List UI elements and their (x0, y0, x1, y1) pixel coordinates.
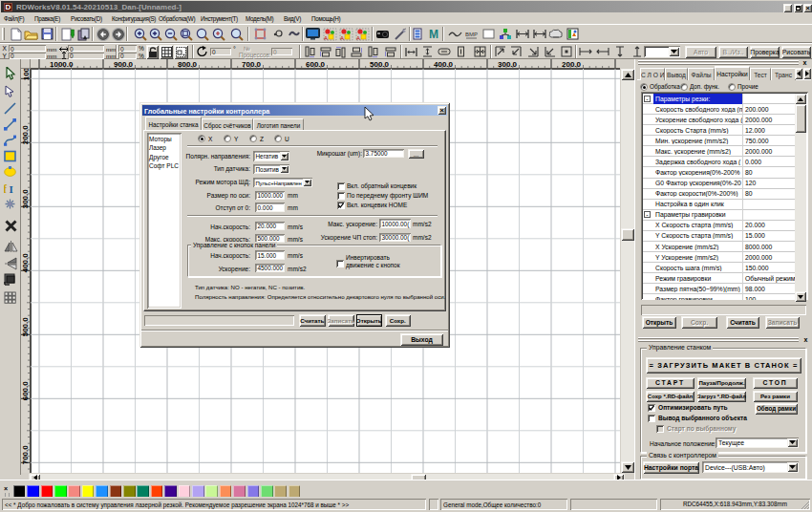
svg-text:100.0: 100.0 (22, 69, 31, 80)
svg-text:1000.0: 1000.0 (50, 60, 74, 69)
svg-text:700.0: 700.0 (22, 445, 31, 465)
svg-text:600.0: 600.0 (306, 60, 326, 69)
svg-text:300.0: 300.0 (498, 60, 518, 69)
svg-text:A: A (324, 35, 328, 41)
svg-text:300.0: 300.0 (22, 189, 31, 209)
svg-text:400.0: 400.0 (22, 253, 31, 273)
svg-text:200.0: 200.0 (22, 125, 31, 145)
svg-text:A: A (356, 35, 360, 41)
svg-text:500.0: 500.0 (22, 317, 31, 337)
svg-text:f: f (4, 182, 8, 195)
svg-text:400.0: 400.0 (434, 60, 454, 69)
svg-text:A: A (340, 35, 344, 41)
svg-text:BMP: BMP (465, 32, 478, 37)
svg-text:600.0: 600.0 (22, 381, 31, 401)
svg-text:500.0: 500.0 (370, 60, 390, 69)
svg-text:I: I (10, 183, 13, 195)
svg-text:800.0: 800.0 (178, 60, 198, 69)
svg-text:700.0: 700.0 (242, 60, 262, 69)
svg-text:200.0: 200.0 (562, 60, 582, 69)
svg-text:M: M (429, 28, 438, 40)
svg-text:900.0: 900.0 (114, 60, 134, 69)
